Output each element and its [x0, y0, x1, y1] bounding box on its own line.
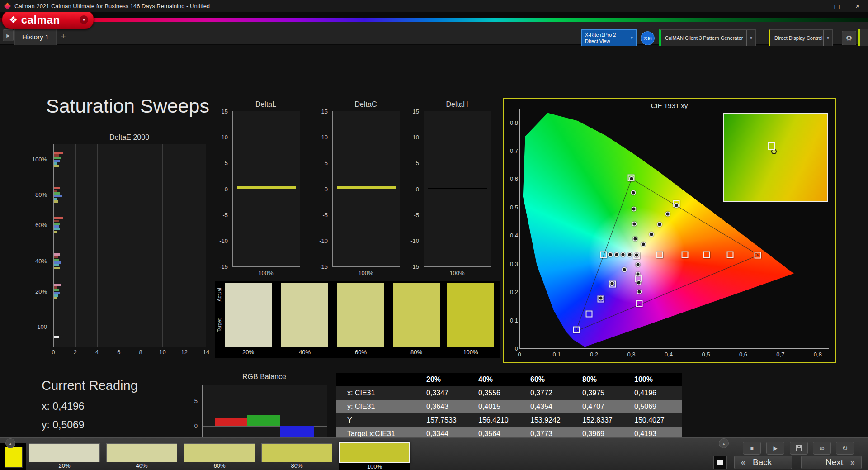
deltah-chart: DeltaH 151050-5-10-15 100%	[406, 100, 492, 281]
back-button[interactable]: « Back	[734, 456, 792, 469]
cie-y-tick-label: 0,6	[505, 176, 518, 182]
delta-bar	[428, 188, 487, 189]
play-button[interactable]: ▶	[766, 442, 784, 455]
mini-y-tick-label: -15	[214, 263, 228, 270]
workspace: Saturation Sweeps DeltaE 2000 100%80%60%…	[0, 44, 868, 437]
cie-target-point	[703, 251, 710, 258]
mini-xlabel: 100%	[232, 270, 299, 276]
patch-button-20%[interactable]: 20%	[29, 443, 100, 470]
pattern-window-toggle[interactable]	[713, 456, 727, 469]
deltae-plot	[53, 144, 206, 347]
restore-button[interactable]: ▢	[826, 0, 847, 12]
pattern-generator-dropdown[interactable]: CalMAN Client 3 Pattern Generator ▾	[659, 29, 756, 46]
table-cell: 152,8337	[578, 413, 630, 427]
history-expand-button[interactable]: ▶	[3, 29, 14, 41]
current-patch[interactable]	[5, 447, 23, 468]
tab-history-1[interactable]: History 1	[14, 28, 57, 45]
mini-plot	[332, 111, 400, 267]
table-cell: 0,3975	[578, 386, 630, 400]
stop-button[interactable]: ■	[743, 442, 761, 455]
table-cell: 153,9242	[526, 413, 578, 427]
cie-measured-point	[631, 190, 636, 195]
cie-target-point	[585, 310, 592, 317]
refresh-button[interactable]: ↻	[836, 442, 854, 455]
gear-icon[interactable]: ⚙	[842, 31, 856, 45]
mini-plot	[232, 111, 300, 267]
cie-measured-point	[636, 271, 641, 276]
display-control-label: Direct Display Control	[770, 30, 823, 46]
deltae-x-tick-label: 12	[181, 349, 187, 356]
deltae-bar	[54, 200, 58, 203]
inset-target-point	[768, 142, 775, 150]
deltae-x-tick-label: 4	[95, 349, 99, 356]
link-button[interactable]: ∞	[813, 442, 831, 455]
cie-x-tick-label: 0,7	[776, 351, 784, 358]
deltae-gridline	[97, 144, 98, 347]
cie-measured-point	[621, 252, 626, 257]
table-cell: 0,4354	[526, 400, 578, 413]
cie-y-tick-label: 0,4	[505, 232, 518, 239]
deltae-group-label: 80%	[35, 191, 47, 198]
deltae-gridline	[184, 144, 184, 347]
mini-y-tick-label: 5	[214, 160, 228, 166]
table-cell: 0,4707	[578, 400, 630, 413]
deltae-bar	[54, 297, 57, 299]
cie-y-tick-label: 0,5	[505, 204, 518, 210]
patch-button-60%[interactable]: 60%	[184, 443, 255, 470]
deltae-gridline	[162, 144, 163, 347]
deltae-x-tick-label: 8	[139, 349, 142, 356]
table-cell: 0,5069	[630, 400, 682, 413]
calman-menu-button[interactable]: ❖ calman ▾	[2, 10, 94, 29]
mini-title: DeltaH	[424, 100, 491, 109]
deltae-group-label: 40%	[35, 258, 47, 265]
swatch-column	[337, 283, 384, 347]
rgb-bar-red	[215, 418, 247, 426]
cie-measured-point	[637, 280, 642, 285]
deltal-chart: DeltaL 151050-5-10-15 100%	[214, 100, 301, 281]
cie-target-point	[755, 252, 761, 258]
deltae-bar	[54, 160, 60, 162]
display-control-dropdown[interactable]: Direct Display Control ▾	[769, 29, 833, 46]
mini-y-tick-label: -5	[406, 211, 419, 218]
refresh-icon: ↻	[842, 444, 848, 452]
deltae-bar	[54, 190, 57, 192]
back-label: Back	[753, 457, 772, 467]
collapse-handle-right[interactable]: ▴	[719, 438, 729, 448]
meter-dropdown[interactable]: X-Rite i1Pro 2 Direct View ▾	[581, 29, 637, 46]
minimize-button[interactable]: –	[806, 0, 826, 12]
close-button[interactable]: ×	[847, 0, 868, 12]
collapse-handle-left[interactable]: ▴	[5, 438, 15, 448]
patch-button-40%[interactable]: 40%	[106, 443, 177, 470]
cie-y-tick-label: 0,1	[505, 317, 518, 323]
cie-measured-point	[629, 176, 634, 181]
table-corner-cell	[336, 373, 422, 386]
table-cell: 0,3643	[422, 400, 474, 413]
stop-icon: ■	[750, 445, 753, 451]
swatch-column-label: 100%	[447, 349, 494, 356]
add-tab-button[interactable]: +	[58, 30, 69, 42]
mini-y-tick-label: -10	[406, 237, 419, 244]
collapsed-panel-edge[interactable]	[858, 29, 868, 46]
deltae-group-label: 100%	[32, 156, 47, 162]
cie-y-tick-label: 0	[505, 345, 518, 352]
mini-y-tick-label: -5	[314, 211, 328, 218]
table-cell: 0,3556	[474, 386, 526, 400]
patch-label: 60%	[184, 462, 255, 470]
chevron-down-icon: ▾	[627, 30, 636, 46]
pattern-generator-label: CalMAN Client 3 Pattern Generator	[661, 30, 746, 46]
patch-button-100%[interactable]: 100%	[339, 443, 410, 470]
next-button[interactable]: Next »	[801, 456, 862, 469]
deltae-bar-group	[54, 284, 206, 300]
rgb-y-tick-label: 0	[184, 422, 198, 429]
table-column-header: 60%	[526, 373, 578, 386]
deltae-bar	[54, 198, 57, 200]
cie-measured-point	[665, 212, 670, 217]
patch-button-80%[interactable]: 80%	[261, 443, 332, 470]
meter-count-badge[interactable]: 236	[641, 31, 655, 45]
save-button[interactable]	[790, 442, 808, 455]
table-header-row: 20%40%60%80%100%	[336, 373, 682, 386]
cie-measured-point	[598, 295, 603, 300]
mini-y-tick-label: -15	[314, 263, 328, 270]
meter-name: X-Rite i1Pro 2	[585, 32, 627, 38]
cie-target-point	[600, 251, 607, 258]
